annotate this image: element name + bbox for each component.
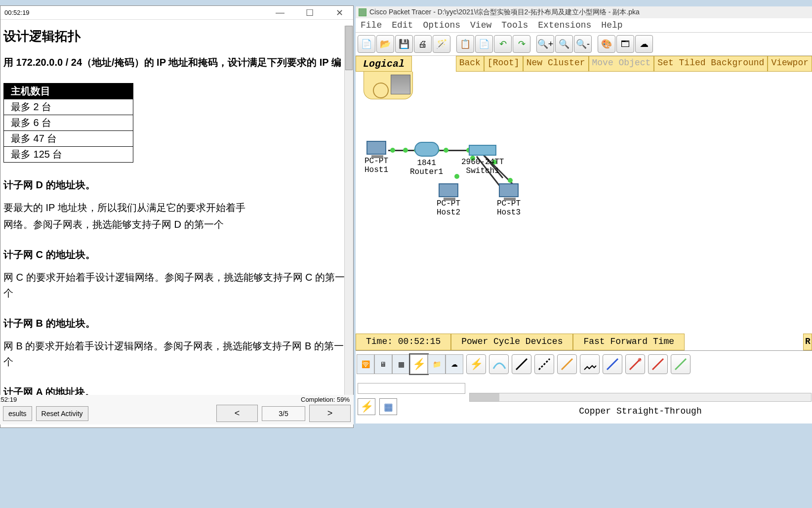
prev-page-button[interactable]: < [216, 405, 258, 422]
device-switch1[interactable]: 2960-24TT Switch1 [461, 145, 504, 176]
scenario-grid-icon[interactable]: ▦ [379, 398, 397, 415]
page-title: 设计逻辑拓扑 [3, 28, 349, 45]
power-cycle-button[interactable]: Power Cycle Devices [451, 334, 573, 350]
activity-bottom-bar: :52:19 Completion: 59% esults Reset Acti… [0, 395, 354, 424]
octal-cable-icon[interactable] [671, 354, 690, 374]
subnet-d-text2: 网络。参阅子网表，挑选能够支持子网 D 的第一个 [3, 216, 349, 232]
workspace-bar: Logical Back [Root] New Cluster Move Obj… [356, 56, 812, 72]
scenario-lightning-icon[interactable]: ⚡ [358, 398, 375, 415]
wizard-icon[interactable]: 🪄 [433, 35, 450, 53]
link-dot [508, 178, 513, 183]
page-indicator: 3/5 [262, 406, 305, 421]
print-icon[interactable]: 🖨 [414, 35, 432, 53]
table-header: 主机数目 [4, 84, 133, 99]
phone-cable-icon[interactable] [580, 354, 600, 374]
new-file-icon[interactable]: 📄 [358, 35, 375, 53]
subnet-b-heading: 计子网 B 的地址块。 [3, 317, 349, 330]
hubs-category-icon[interactable]: ▦ [392, 354, 410, 374]
device-router1[interactable]: 1841 Router1 [410, 142, 443, 177]
menu-help[interactable]: Help [601, 20, 622, 30]
dialog-icon[interactable]: 🗔 [616, 35, 634, 53]
device-search-input[interactable] [358, 383, 465, 394]
pt-title-text: Cisco Packet Tracer - D:\yyc\2021\综合型实验项… [369, 8, 640, 17]
copy-icon[interactable]: 📋 [456, 35, 474, 53]
viewport-button[interactable]: Viewpor [768, 56, 812, 72]
zoom-reset-icon[interactable]: 🔍 [555, 35, 573, 53]
enddevices-category-icon[interactable]: 📁 [428, 354, 446, 374]
menu-extensions[interactable]: Extensions [538, 20, 591, 30]
subnet-c-heading: 计子网 C 的地址块。 [3, 248, 349, 261]
back-button[interactable]: Back [456, 56, 484, 72]
close-icon[interactable]: ✕ [329, 7, 349, 18]
palette-icon[interactable]: 🎨 [598, 35, 615, 53]
realtime-toggle[interactable]: R [803, 334, 812, 350]
router-icon [414, 142, 439, 157]
undo-icon[interactable]: ↶ [494, 35, 512, 53]
coax-cable-icon[interactable] [603, 354, 622, 374]
topology-canvas[interactable]: PC-PT Host1 1841 Router1 2960-24TT Switc… [356, 72, 812, 334]
root-button[interactable]: [Root] [484, 56, 523, 72]
realtime-bar: Time: 00:52:15 Power Cycle Devices Fast … [356, 334, 812, 350]
switch-icon [469, 145, 496, 156]
cluster-handle-icon[interactable] [364, 72, 413, 99]
menu-edit[interactable]: Edit [392, 20, 413, 30]
device-host2[interactable]: PC-PT Host2 [437, 183, 460, 217]
minimize-icon[interactable]: — [270, 7, 290, 18]
table-row: 最多 6 台 [4, 115, 133, 131]
wan-category-icon[interactable]: ☁ [446, 354, 463, 374]
zoom-in-icon[interactable]: 🔍+ [536, 35, 554, 53]
device-category-tray: 🛜 🖥 ▦ ⚡ 📁 ☁ ⚡ [356, 350, 812, 377]
subnet-c-text: 网 C 的要求开始着手设计逻辑网络。参阅子网表，挑选能够支持子网 C 的第一个 [3, 269, 349, 301]
logical-tab[interactable]: Logical [356, 56, 412, 72]
menu-tools[interactable]: Tools [501, 20, 528, 30]
paste-icon[interactable]: 📄 [475, 35, 493, 53]
serial-dte-icon[interactable] [648, 354, 668, 374]
fast-forward-button[interactable]: Fast Forward Time [573, 334, 685, 350]
device-host3[interactable]: PC-PT Host3 [497, 183, 521, 217]
packet-tracer-window: Cisco Packet Tracer - D:\yyc\2021\综合型实验项… [356, 6, 812, 423]
svg-line-6 [675, 359, 686, 370]
redo-icon[interactable]: ↷ [513, 35, 530, 53]
intro-paragraph: 用 172.20.0.0 / 24（地址/掩码）的 IP 地址和掩码，设计满足下… [3, 54, 349, 71]
routers-category-icon[interactable]: 🛜 [357, 354, 374, 374]
device-label: 1841 [410, 159, 443, 168]
scenario-tray: ⚡ ▦ [358, 398, 397, 415]
save-icon[interactable]: 💾 [395, 35, 413, 53]
document-body: 设计逻辑拓扑 用 172.20.0.0 / 24（地址/掩码）的 IP 地址和掩… [0, 20, 353, 427]
tiled-bg-button[interactable]: Set Tiled Background [654, 56, 768, 72]
console-cable-icon[interactable] [489, 354, 509, 374]
connection-type-label: Copper Straight-Through [469, 403, 812, 416]
auto-connection-icon[interactable]: ⚡ [466, 354, 486, 374]
subnet-d-text: 要最大的 IP 地址块，所以我们从满足它的要求开始着手 [3, 200, 349, 215]
menu-view[interactable]: View [470, 20, 491, 30]
svg-line-3 [607, 359, 618, 370]
completion-label: Completion: 59% [301, 396, 350, 403]
menu-options[interactable]: Options [423, 20, 460, 30]
switches-category-icon[interactable]: 🖥 [374, 354, 392, 374]
table-row: 最多 47 台 [4, 131, 133, 147]
next-page-button[interactable]: > [309, 405, 351, 422]
connection-scrollbar[interactable] [469, 393, 812, 402]
vertical-scrollbar[interactable] [344, 26, 353, 401]
move-object-button[interactable]: Move Object [589, 56, 654, 72]
left-titlebar: 00:52:19 — ☐ ✕ [0, 6, 353, 20]
svg-line-2 [562, 359, 572, 370]
svg-line-0 [516, 359, 527, 370]
maximize-icon[interactable]: ☐ [300, 7, 320, 18]
new-cluster-button[interactable]: New Cluster [523, 56, 589, 72]
connections-category-icon[interactable]: ⚡ [410, 354, 428, 374]
fiber-cable-icon[interactable] [557, 354, 577, 374]
device-host1[interactable]: PC-PT Host1 [365, 141, 388, 175]
menu-file[interactable]: File [361, 20, 382, 30]
copper-straight-icon[interactable] [512, 354, 531, 374]
cloud-icon[interactable]: ☁ [635, 35, 653, 53]
svg-line-1 [539, 359, 550, 370]
copper-cross-icon[interactable] [534, 354, 554, 374]
sim-time: Time: 00:52:15 [356, 334, 451, 350]
pt-app-icon [359, 8, 366, 16]
zoom-out-icon[interactable]: 🔍- [574, 35, 592, 53]
reset-activity-button[interactable]: Reset Activity [36, 406, 88, 421]
check-results-button[interactable]: esults [3, 406, 32, 421]
open-file-icon[interactable]: 📂 [376, 35, 394, 53]
serial-dce-icon[interactable] [625, 354, 645, 374]
